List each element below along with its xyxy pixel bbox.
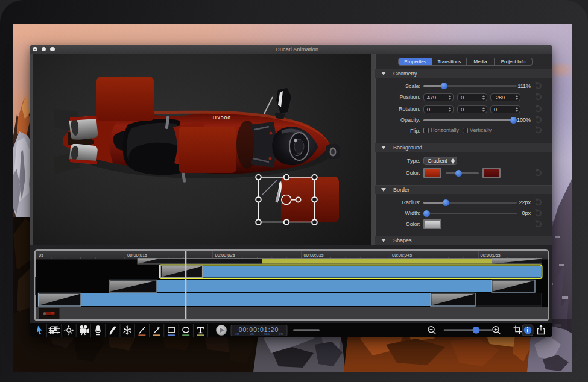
svg-text:0s: 0s bbox=[39, 252, 43, 258]
svg-text:HR: HR bbox=[235, 333, 239, 336]
svg-text:00:00:04s: 00:00:04s bbox=[392, 252, 412, 258]
svg-text:SEC: SEC bbox=[264, 333, 270, 336]
svg-text:MIN: MIN bbox=[250, 333, 254, 336]
svg-text:00:00:01:20: 00:00:01:20 bbox=[239, 326, 279, 333]
svg-text:00:00:02s: 00:00:02s bbox=[215, 252, 235, 258]
svg-text:00:00:05s: 00:00:05s bbox=[480, 252, 500, 258]
svg-text:FR: FR bbox=[279, 333, 283, 336]
svg-text:00:00:01s: 00:00:01s bbox=[127, 252, 147, 258]
svg-text:00:00:03s: 00:00:03s bbox=[303, 252, 323, 258]
svg-text:DUCATI: DUCATI bbox=[212, 116, 230, 120]
